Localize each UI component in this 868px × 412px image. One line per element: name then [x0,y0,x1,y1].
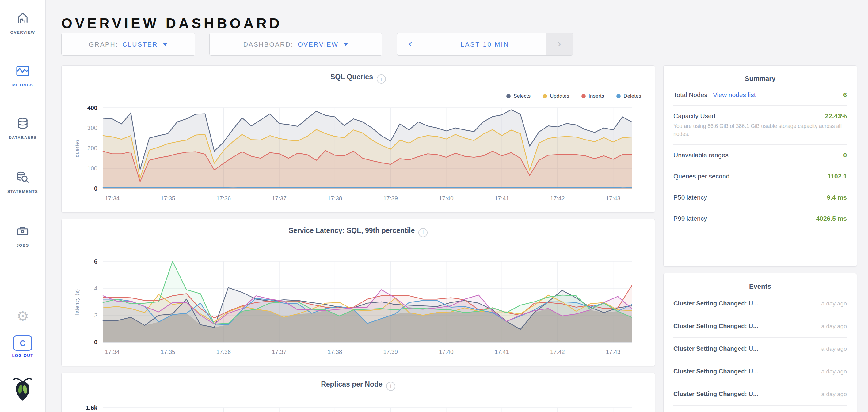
gear-icon: ⚙ [16,308,29,324]
service-latency-card: Service Latency: SQL, 99th percentilei 1… [61,219,655,367]
svg-text:17:40: 17:40 [439,195,454,201]
chart-title: Service Latency: SQL, 99th percentilei [62,227,655,237]
svg-text:17:38: 17:38 [328,195,342,201]
svg-text:latency (s): latency (s) [74,289,80,315]
dashboard-dropdown-value: OVERVIEW [298,41,339,48]
svg-text:200: 200 [87,145,97,151]
sidebar-item-databases[interactable]: DATABASES [0,116,45,140]
svg-text:100: 100 [87,165,97,172]
unavailable-ranges-value: 0 [843,151,847,159]
svg-text:1.6k: 1.6k [86,404,98,411]
sidebar-item-metrics[interactable]: METRICS [0,63,45,87]
svg-text:17:34: 17:34 [105,195,120,201]
svg-text:400: 400 [87,104,97,111]
summary-row-unavailable-ranges: Unavailable ranges 0 [673,145,847,166]
legend-dot-inserts [582,94,586,98]
svg-text:17:41: 17:41 [495,349,509,355]
info-icon[interactable]: i [418,228,428,237]
summary-title: Summary [663,66,857,84]
svg-text:17:36: 17:36 [216,349,231,355]
chart-title: Replicas per Nodei [62,380,655,391]
legend-item: Inserts [582,93,604,99]
logout-c-icon: C [13,336,32,351]
svg-text:17:43: 17:43 [606,349,621,355]
summary-row-p50: P50 latency 9.4 ms [673,187,847,208]
graph-dropdown-value: CLUSTER [122,41,158,48]
view-nodes-list-link[interactable]: View nodes list [713,91,756,99]
chart-title: SQL Queriesi [62,73,655,83]
event-row: Cluster Setting Changed: U... a day ago [673,383,847,406]
home-icon [15,22,31,27]
summary-row-qps: Queries per second 1102.1 [673,166,847,187]
sidebar-item-label: METRICS [0,83,45,87]
sidebar-item-label: JOBS [0,243,45,248]
sidebar-item-label: DATABASES [0,135,45,140]
svg-text:17:38: 17:38 [328,349,342,355]
svg-text:0: 0 [94,185,97,192]
chart-legend: Selects Updates Inserts Deletes [506,93,641,99]
info-icon[interactable]: i [377,74,386,83]
sidebar-item-overview[interactable]: OVERVIEW [0,10,45,35]
svg-text:4: 4 [94,285,97,292]
legend-dot-updates [543,94,547,98]
time-prev-button[interactable]: ‹ [397,33,424,56]
dashboard-dropdown-label: DASHBOARD: [243,41,293,48]
svg-text:17:39: 17:39 [383,195,398,201]
qps-value: 1102.1 [828,173,847,180]
jobs-icon [15,235,31,240]
replicas-per-node-card: Replicas per Nodei 1.6k [61,373,655,412]
legend-dot-deletes [616,94,621,98]
page-title: OVERVIEW DASHBOARD [61,15,282,32]
svg-text:queries: queries [74,139,80,157]
event-row: Cluster Setting Changed: U... a day ago [673,315,847,338]
database-icon [15,127,31,133]
svg-text:17:37: 17:37 [272,349,286,355]
graph-dropdown[interactable]: GRAPH: CLUSTER [61,33,195,56]
sidebar-item-jobs[interactable]: JOBS [0,224,45,248]
svg-text:300: 300 [87,125,97,131]
sql-queries-card: SQL Queriesi Selects Updates Inserts Del… [61,65,655,213]
statements-icon [15,181,31,186]
metrics-icon [15,75,31,80]
chevron-down-icon [163,43,168,46]
events-panel: Events Cluster Setting Changed: U... a d… [663,273,857,412]
svg-text:6: 6 [94,258,97,265]
time-next-button[interactable]: › [546,33,572,56]
svg-text:17:37: 17:37 [272,195,286,201]
logout-label: LOG OUT [0,353,45,358]
sidebar-item-label: OVERVIEW [0,30,45,35]
graph-dropdown-label: GRAPH: [89,41,118,48]
svg-text:17:35: 17:35 [161,349,175,355]
sidebar-item-statements[interactable]: STATEMENTS [0,170,45,194]
svg-text:0: 0 [94,339,97,346]
sidebar: OVERVIEW METRICS DATABASES [0,0,46,412]
sidebar-item-label: STATEMENTS [0,189,45,194]
svg-text:17:35: 17:35 [161,195,175,201]
event-row: Cluster Setting Changed: U... a day ago [673,338,847,360]
svg-text:17:39: 17:39 [383,349,398,355]
total-nodes-value: 6 [843,91,847,99]
time-window-selector: ‹ LAST 10 MIN › [397,33,573,56]
summary-panel: Summary Total Nodes View nodes list 6 Ca… [663,65,857,267]
event-row: Cluster Setting Changed: U... a day ago [673,360,847,383]
dashboard-dropdown[interactable]: DASHBOARD: OVERVIEW [209,33,382,56]
svg-text:17:42: 17:42 [550,349,565,355]
replicas-per-node-chart: 1.6k [71,404,641,412]
cockroachdb-logo [0,377,45,403]
info-icon[interactable]: i [386,382,395,391]
summary-row-total-nodes: Total Nodes View nodes list 6 [673,84,847,106]
svg-text:17:42: 17:42 [550,195,565,201]
sql-queries-chart: 17:3417:3517:3617:3717:3817:3917:4017:41… [71,103,641,204]
legend-item: Updates [543,93,569,99]
event-row: Cluster Setting Changed: U... a day ago [673,292,847,315]
settings-gear-button[interactable]: ⚙ [0,309,45,323]
svg-text:17:34: 17:34 [105,349,120,355]
svg-text:17:40: 17:40 [439,349,454,355]
events-title: Events [663,273,857,292]
legend-item: Deletes [616,93,641,99]
chevron-down-icon [343,43,348,46]
p50-latency-value: 9.4 ms [827,194,847,201]
logout-button[interactable]: C LOG OUT [0,336,45,358]
svg-text:17:43: 17:43 [606,195,621,201]
time-window-label[interactable]: LAST 10 MIN [424,33,546,56]
